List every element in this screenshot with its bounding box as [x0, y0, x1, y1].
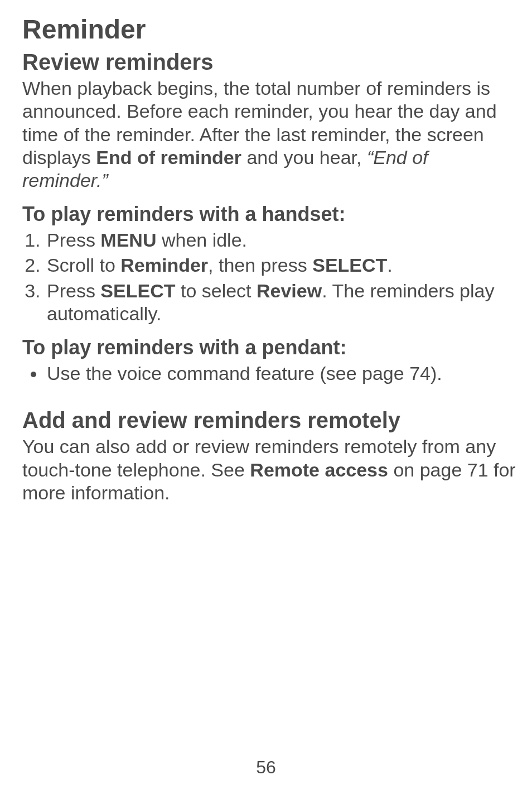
list-item: Scroll to Reminder, then press SELECT. — [46, 254, 516, 277]
pendant-list: Use the voice command feature (see page … — [22, 362, 516, 385]
page: Reminder Review reminders When playback … — [0, 0, 532, 799]
text-run: to select — [175, 280, 257, 301]
handset-heading: To play reminders with a handset: — [22, 201, 516, 227]
text-run: . — [387, 254, 392, 276]
text-bold-select: SELECT — [100, 280, 175, 301]
text-run: and you hear, — [241, 147, 367, 168]
review-intro-paragraph: When playback begins, the total number o… — [22, 77, 516, 192]
spacer — [22, 395, 516, 406]
text-run: Scroll to — [47, 254, 120, 276]
list-item: Use the voice command feature (see page … — [46, 362, 516, 385]
text-run: Press — [47, 229, 100, 251]
remote-paragraph: You can also add or review reminders rem… — [22, 435, 516, 504]
list-item: Press SELECT to select Review. The remin… — [46, 280, 516, 326]
page-number: 56 — [0, 757, 532, 778]
text-bold-menu: MENU — [100, 229, 156, 251]
text-run: , then press — [208, 254, 312, 276]
handset-steps-list: Press MENU when idle. Scroll to Reminder… — [22, 229, 516, 326]
text-run: Use the voice command feature (see page … — [47, 363, 442, 384]
text-bold-reminder: Reminder — [120, 254, 208, 276]
page-title: Reminder — [22, 13, 516, 46]
text-bold-select: SELECT — [312, 254, 387, 276]
text-bold-review: Review — [257, 280, 322, 301]
text-run: when idle. — [156, 229, 247, 251]
pendant-heading: To play reminders with a pendant: — [22, 335, 516, 360]
text-bold-end-of-reminder: End of reminder — [96, 147, 241, 168]
section-review-heading: Review reminders — [22, 48, 516, 76]
list-item: Press MENU when idle. — [46, 229, 516, 252]
text-bold-remote-access: Remote access — [250, 459, 388, 480]
section-remote-heading: Add and review reminders remotely — [22, 406, 516, 434]
text-run: Press — [47, 280, 100, 301]
